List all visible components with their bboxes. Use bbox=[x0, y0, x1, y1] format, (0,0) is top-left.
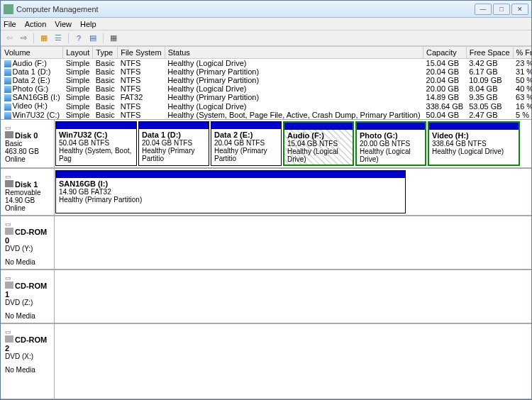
partition-info: Data 2 (E:)20.04 GB NTFSHealthy (Primary… bbox=[211, 129, 281, 165]
close-button[interactable]: ✕ bbox=[511, 4, 528, 15]
partition[interactable]: Win7U32 (C:)50.04 GB NTFSHealthy (System… bbox=[55, 121, 137, 166]
collapse-icon[interactable]: ▭ bbox=[5, 274, 11, 282]
cdrom-panel: ▭CD-ROM 0DVD (Y:)No Media bbox=[1, 216, 531, 270]
partition[interactable]: Photo (G:)20.00 GB NTFSHealthy (Logical … bbox=[355, 121, 426, 166]
volume-icon bbox=[4, 60, 11, 67]
volume-icon bbox=[4, 77, 11, 84]
table-cell: 20.04 GB bbox=[423, 67, 467, 76]
column-header[interactable]: Volume bbox=[1, 47, 63, 59]
column-header[interactable]: % Free bbox=[513, 47, 532, 59]
menu-file[interactable]: File bbox=[4, 20, 16, 28]
table-cell: 6.17 GB bbox=[466, 67, 513, 76]
table-cell: 15.04 GB bbox=[423, 59, 467, 68]
column-header[interactable]: Free Space bbox=[466, 47, 513, 59]
volume-icon bbox=[4, 69, 11, 76]
disk-panel: ▭Disk 1Removable14.90 GBOnlineSAN16GB (I… bbox=[1, 168, 531, 216]
partition-color-bar bbox=[211, 122, 281, 129]
toolbar-separator bbox=[33, 33, 34, 43]
table-cell: 40 % bbox=[513, 84, 532, 93]
partition-color-bar bbox=[56, 171, 405, 178]
disk-icon bbox=[5, 131, 13, 138]
cdrom-icon bbox=[5, 282, 13, 289]
partition-color-bar bbox=[56, 122, 136, 129]
table-cell: 16 % bbox=[513, 101, 532, 110]
table-cell: Basic bbox=[93, 76, 118, 84]
table-cell: Simple bbox=[63, 76, 93, 84]
table-cell: NTFS bbox=[118, 67, 165, 76]
table-cell: 10.09 GB bbox=[466, 76, 513, 84]
minimize-button[interactable]: — bbox=[475, 4, 492, 15]
table-row[interactable]: Photo (G:)SimpleBasicNTFSHealthy (Logica… bbox=[1, 84, 533, 93]
maximize-button[interactable]: □ bbox=[493, 4, 510, 15]
table-row[interactable]: Audio (F:)SimpleBasicNTFSHealthy (Logica… bbox=[1, 59, 533, 68]
menu-view[interactable]: View bbox=[55, 20, 72, 28]
table-cell: NTFS bbox=[118, 76, 165, 84]
collapse-icon[interactable]: ▭ bbox=[5, 173, 11, 180]
table-cell: 63 % bbox=[513, 93, 532, 101]
cdrom-header[interactable]: ▭CD-ROM 0DVD (Y:)No Media bbox=[1, 216, 55, 270]
window-title: Computer Management bbox=[16, 5, 475, 13]
disk-header[interactable]: ▭Disk 0Basic463.80 GBOnline bbox=[1, 120, 55, 168]
column-header[interactable]: Status bbox=[165, 47, 423, 59]
disk-header[interactable]: ▭Disk 1Removable14.90 GBOnline bbox=[1, 169, 55, 216]
action-icon[interactable]: ▤ bbox=[87, 33, 99, 44]
table-cell: Healthy (Primary Partition) bbox=[165, 76, 423, 84]
partition[interactable]: Data 1 (D:)20.04 GB NTFSHealthy (Primary… bbox=[138, 121, 209, 166]
table-cell: Basic bbox=[93, 101, 118, 110]
partition[interactable]: Video (H:)338.64 GB NTFSHealthy (Logical… bbox=[428, 121, 520, 166]
column-header[interactable]: File System bbox=[118, 47, 165, 59]
table-cell: Simple bbox=[63, 84, 93, 93]
table-cell: Basic bbox=[93, 67, 118, 76]
table-cell: 8.04 GB bbox=[466, 84, 513, 93]
cdrom-icon bbox=[5, 335, 13, 343]
partition-info: Win7U32 (C:)50.04 GB NTFSHealthy (System… bbox=[56, 129, 136, 165]
list-icon[interactable]: ▦ bbox=[108, 33, 119, 44]
partition[interactable]: Data 2 (E:)20.04 GB NTFSHealthy (Primary… bbox=[211, 121, 282, 166]
partition[interactable]: Audio (F:)15.04 GB NTFSHealthy (Logical … bbox=[283, 121, 354, 166]
table-cell: Video (H:) bbox=[1, 101, 63, 110]
cdrom-body bbox=[55, 216, 531, 270]
table-cell: Data 2 (E:) bbox=[1, 76, 63, 84]
table-cell: Photo (G:) bbox=[1, 84, 63, 93]
table-cell: Healthy (Primary Partition) bbox=[165, 93, 423, 101]
partition-color-bar bbox=[139, 122, 209, 129]
table-cell: Basic bbox=[93, 93, 118, 101]
partition-info: Data 1 (D:)20.04 GB NTFSHealthy (Primary… bbox=[139, 129, 209, 165]
table-row[interactable]: Video (H:)SimpleBasicNTFSHealthy (Logica… bbox=[1, 101, 533, 110]
table-cell: Simple bbox=[63, 101, 93, 110]
help-icon[interactable]: ? bbox=[73, 33, 84, 44]
properties-icon[interactable]: ☰ bbox=[52, 33, 64, 44]
collapse-icon[interactable]: ▭ bbox=[5, 221, 11, 228]
partition[interactable]: SAN16GB (I:)14.90 GB FAT32Healthy (Prima… bbox=[55, 170, 406, 213]
column-header[interactable]: Layout bbox=[63, 47, 93, 59]
table-row[interactable]: Data 2 (E:)SimpleBasicNTFSHealthy (Prima… bbox=[1, 76, 533, 84]
menu-action[interactable]: Action bbox=[25, 20, 47, 28]
forward-icon[interactable]: ⇨ bbox=[18, 33, 29, 44]
partition-info: Photo (G:)20.00 GB NTFSHealthy (Logical … bbox=[357, 130, 425, 165]
collapse-icon[interactable]: ▭ bbox=[5, 328, 11, 335]
table-cell: 3.42 GB bbox=[466, 59, 513, 68]
partition-color-bar bbox=[284, 123, 353, 130]
table-cell: 9.35 GB bbox=[466, 93, 513, 101]
refresh-icon[interactable]: ▦ bbox=[38, 33, 50, 44]
table-row[interactable]: Data 1 (D:)SimpleBasicNTFSHealthy (Prima… bbox=[1, 67, 533, 76]
table-cell: 2.47 GB bbox=[466, 111, 513, 119]
cdrom-icon bbox=[5, 228, 13, 235]
table-cell: SAN16GB (I:) bbox=[1, 93, 63, 101]
table-cell: Simple bbox=[63, 59, 93, 68]
collapse-icon[interactable]: ▭ bbox=[5, 124, 11, 131]
table-cell: FAT32 bbox=[118, 93, 165, 101]
menu-help[interactable]: Help bbox=[80, 20, 96, 28]
column-header[interactable]: Capacity bbox=[423, 47, 467, 59]
table-cell: 14.89 GB bbox=[423, 93, 467, 101]
cdrom-header[interactable]: ▭CD-ROM 1DVD (Z:)No Media bbox=[1, 270, 55, 323]
table-cell: Win7U32 (C:) bbox=[1, 111, 63, 119]
table-row[interactable]: Win7U32 (C:)SimpleBasicNTFSHealthy (Syst… bbox=[1, 111, 533, 119]
volume-icon bbox=[4, 94, 11, 101]
column-header[interactable]: Type bbox=[93, 47, 118, 59]
table-cell: 20.04 GB bbox=[423, 76, 467, 84]
volume-icon bbox=[4, 104, 11, 111]
table-cell: 53.05 GB bbox=[466, 101, 513, 110]
table-row[interactable]: SAN16GB (I:)SimpleBasicFAT32Healthy (Pri… bbox=[1, 93, 533, 101]
cdrom-header[interactable]: ▭CD-ROM 2DVD (X:)No Media bbox=[1, 324, 55, 399]
